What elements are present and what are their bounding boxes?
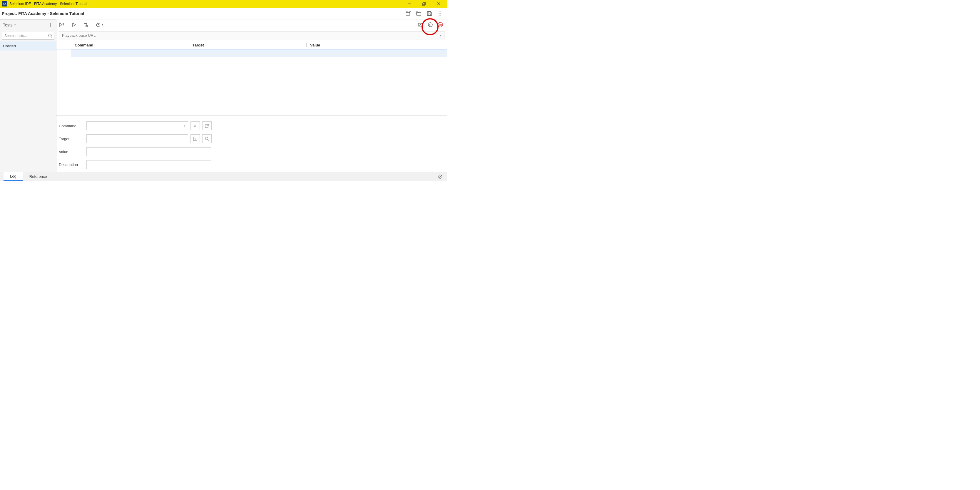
open-project-button[interactable] xyxy=(415,10,423,18)
editor-label-value: Value xyxy=(59,150,86,154)
run-toolbar: ▾ xyxy=(56,19,447,30)
steps-gutter xyxy=(56,49,71,115)
step-row[interactable] xyxy=(71,49,447,57)
tests-dropdown[interactable]: Tests ▾ xyxy=(3,22,16,27)
disable-breakpoints-icon xyxy=(418,22,423,27)
editor-row-value: Value xyxy=(59,147,444,156)
base-url-dropdown-button[interactable]: ▾ xyxy=(436,34,444,37)
svg-rect-8 xyxy=(417,12,421,15)
project-label: Project: xyxy=(2,11,17,16)
select-target-in-page-button[interactable] xyxy=(191,134,200,143)
main-area: Tests ▾ Untitled xyxy=(0,19,447,172)
find-target-in-page-button[interactable] xyxy=(202,134,212,143)
svg-point-11 xyxy=(440,11,441,12)
svg-line-42 xyxy=(439,175,442,178)
kebab-icon xyxy=(438,11,443,16)
column-header-value: Value xyxy=(306,41,447,49)
editor-label-description: Description xyxy=(59,162,86,167)
base-url-row: ▾ xyxy=(56,30,447,41)
svg-marker-22 xyxy=(73,23,76,27)
pause-icon xyxy=(428,22,433,27)
project-name: FITA Academy - Selenium Tutorial xyxy=(18,11,84,16)
command-select[interactable]: ▾ xyxy=(86,121,188,130)
clear-log-button[interactable] xyxy=(438,174,443,180)
steps-rows[interactable] xyxy=(71,49,447,115)
tests-dropdown-label: Tests xyxy=(3,22,13,27)
speed-gauge-icon xyxy=(96,22,100,27)
chevron-down-icon: ▾ xyxy=(184,124,186,127)
disable-breakpoints-button[interactable] xyxy=(417,22,423,28)
close-icon xyxy=(437,2,440,6)
editor-row-command: Command ▾ // xyxy=(59,121,444,130)
sidebar-header: Tests ▾ xyxy=(0,20,56,30)
step-over-button[interactable] xyxy=(83,22,89,28)
plus-icon xyxy=(48,23,52,27)
search-tests-input[interactable] xyxy=(2,32,54,40)
svg-marker-38 xyxy=(194,138,196,140)
search-tests-wrap xyxy=(2,32,54,40)
svg-point-13 xyxy=(440,15,441,16)
pause-on-exceptions-button[interactable] xyxy=(427,22,433,28)
target-input[interactable] xyxy=(86,134,188,143)
editor-row-description: Description xyxy=(59,160,444,169)
tests-sidebar: Tests ▾ Untitled xyxy=(0,19,56,172)
base-url-input[interactable] xyxy=(59,33,436,38)
editor-row-target: Target xyxy=(59,134,444,143)
play-icon xyxy=(72,22,76,27)
slash-slash-icon: // xyxy=(194,124,196,128)
save-icon xyxy=(427,11,432,16)
record-icon: REC xyxy=(438,22,443,28)
toggle-comment-button[interactable]: // xyxy=(191,121,200,130)
minimize-icon xyxy=(407,2,411,6)
maximize-button[interactable] xyxy=(420,1,427,7)
editor-label-target: Target xyxy=(59,137,86,141)
run-all-tests-button[interactable] xyxy=(59,22,65,28)
tests-list: Untitled xyxy=(0,41,56,172)
svg-marker-18 xyxy=(60,23,62,27)
tab-log[interactable]: Log xyxy=(3,172,23,181)
svg-line-26 xyxy=(98,24,99,25)
editor-label-command: Command xyxy=(59,124,86,128)
tab-reference[interactable]: Reference xyxy=(23,173,54,180)
folder-icon xyxy=(416,11,422,16)
svg-line-36 xyxy=(207,124,209,126)
svg-line-29 xyxy=(418,23,422,26)
svg-line-40 xyxy=(208,140,209,141)
svg-rect-9 xyxy=(428,11,430,13)
minimize-button[interactable] xyxy=(406,1,413,7)
chevron-down-icon: ▾ xyxy=(440,34,441,37)
execution-speed-button[interactable]: ▾ xyxy=(96,22,103,27)
step-icon xyxy=(84,22,89,27)
svg-rect-24 xyxy=(86,25,88,27)
svg-rect-5 xyxy=(406,12,410,15)
test-item[interactable]: Untitled xyxy=(0,41,56,51)
command-table-header: Command Target Value xyxy=(56,41,447,49)
svg-point-39 xyxy=(205,137,208,140)
app-icon: Se xyxy=(2,1,7,6)
record-button[interactable]: REC xyxy=(438,22,443,28)
close-button[interactable] xyxy=(435,1,442,7)
play-all-icon xyxy=(59,22,64,27)
more-menu-button[interactable] xyxy=(436,10,444,18)
run-current-test-button[interactable] xyxy=(71,22,77,28)
svg-line-17 xyxy=(51,37,52,38)
save-project-button[interactable] xyxy=(426,10,433,18)
open-new-window-button[interactable] xyxy=(202,121,212,130)
maximize-icon xyxy=(422,2,426,6)
target-select-icon xyxy=(193,137,197,141)
description-input[interactable] xyxy=(86,160,211,169)
window-title: Selenium IDE - FITA Academy - Selenium T… xyxy=(10,2,406,6)
svg-rect-1 xyxy=(422,3,425,5)
right-panel: ▾ xyxy=(56,19,447,172)
new-project-button[interactable] xyxy=(404,10,412,18)
command-editor: Command ▾ // xyxy=(56,116,447,172)
window-titlebar: Se Selenium IDE - FITA Academy - Seleniu… xyxy=(0,0,447,8)
svg-point-23 xyxy=(84,23,86,24)
project-actions xyxy=(404,10,445,18)
value-input[interactable] xyxy=(86,147,211,156)
svg-point-12 xyxy=(440,13,441,14)
add-test-button[interactable] xyxy=(47,22,53,28)
svg-rect-2 xyxy=(423,2,425,5)
search-icon xyxy=(48,33,52,38)
svg-rect-10 xyxy=(428,14,431,16)
